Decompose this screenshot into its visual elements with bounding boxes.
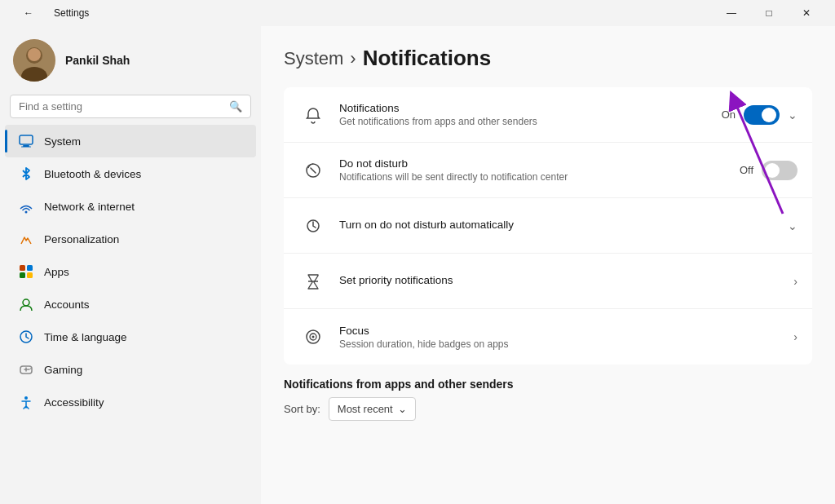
sidebar-item-system[interactable]: System	[5, 125, 256, 157]
breadcrumb-separator: ›	[350, 48, 356, 69]
sort-dropdown[interactable]: Most recent ⌄	[329, 397, 416, 421]
toggle-off-label: Off	[740, 164, 753, 176]
gaming-icon	[18, 361, 34, 378]
toggle-on-label: On	[722, 108, 736, 121]
bluetooth-icon	[18, 166, 34, 182]
personalization-icon	[18, 231, 34, 247]
priority-icon	[298, 267, 328, 296]
dnd-controls: Off	[740, 161, 797, 180]
focus-row[interactable]: Focus Session duration, hide badges on a…	[284, 309, 812, 365]
titlebar-left: ← Settings	[10, 0, 89, 26]
notifications-desc: Get notifications from apps and other se…	[339, 116, 722, 127]
apps-icon	[18, 263, 34, 280]
auto-dnd-icon	[298, 211, 328, 241]
dnd-row[interactable]: Do not disturb Notifications will be sen…	[284, 143, 812, 198]
close-button[interactable]: ✕	[788, 0, 825, 26]
accounts-icon	[18, 296, 34, 312]
system-icon	[18, 133, 34, 149]
notifications-row[interactable]: Notifications Get notifications from app…	[284, 87, 812, 143]
sidebar-item-label: Bluetooth & devices	[44, 168, 141, 180]
priority-content: Set priority notifications	[339, 274, 793, 288]
sort-label: Sort by:	[284, 403, 320, 415]
priority-row[interactable]: Set priority notifications ›	[284, 254, 812, 309]
dnd-content: Do not disturb Notifications will be sen…	[339, 157, 740, 183]
svg-point-3	[28, 48, 41, 61]
section-title: Notifications from apps and other sender…	[284, 378, 812, 391]
breadcrumb-current: Notifications	[363, 46, 491, 71]
focus-content: Focus Session duration, hide badges on a…	[339, 325, 793, 350]
user-profile[interactable]: Pankil Shah	[0, 26, 261, 91]
search-input[interactable]	[19, 100, 223, 113]
notifications-content: Notifications Get notifications from app…	[339, 102, 722, 127]
sidebar-item-label: Accessibility	[44, 396, 104, 409]
auto-dnd-content: Turn on do not disturb automatically	[339, 219, 788, 232]
window-controls: — □ ✕	[713, 0, 825, 26]
maximize-button[interactable]: □	[750, 0, 788, 26]
svg-rect-4	[20, 135, 33, 144]
minimize-button[interactable]: —	[713, 0, 750, 26]
main-content: System › Notifications Notifications Get…	[261, 26, 835, 504]
focus-title: Focus	[339, 325, 793, 337]
back-button[interactable]: ←	[10, 0, 47, 26]
auto-dnd-right: ⌄	[788, 219, 797, 232]
notifications-chevron[interactable]: ⌄	[788, 108, 797, 122]
sort-row: Sort by: Most recent ⌄	[284, 397, 812, 421]
notifications-controls: On ⌄	[722, 105, 797, 125]
svg-rect-6	[21, 147, 31, 148]
sidebar-item-accounts[interactable]: Accounts	[5, 288, 256, 321]
sidebar-item-label: Gaming	[44, 364, 82, 376]
focus-icon	[298, 322, 328, 351]
auto-dnd-title: Turn on do not disturb automatically	[339, 219, 788, 231]
app-body: Pankil Shah 🔍 System	[0, 26, 835, 504]
svg-point-23	[312, 336, 315, 338]
svg-point-15	[29, 369, 30, 370]
focus-chevron[interactable]: ›	[793, 330, 797, 343]
dnd-title: Do not disturb	[339, 157, 740, 170]
titlebar: ← Settings — □ ✕	[0, 0, 835, 26]
search-icon: 🔍	[229, 100, 242, 113]
sidebar-item-apps[interactable]: Apps	[5, 255, 256, 288]
sidebar-item-bluetooth[interactable]: Bluetooth & devices	[5, 157, 256, 190]
settings-card-main: Notifications Get notifications from app…	[284, 87, 812, 365]
sidebar-item-label: Accounts	[44, 298, 90, 311]
dnd-icon	[298, 156, 328, 185]
time-icon	[18, 329, 34, 345]
sidebar: Pankil Shah 🔍 System	[0, 26, 261, 504]
sidebar-item-network[interactable]: Network & internet	[5, 190, 256, 223]
dnd-toggle[interactable]	[762, 161, 797, 180]
priority-right: ›	[793, 275, 797, 288]
svg-rect-11	[27, 272, 33, 278]
sort-value: Most recent	[338, 403, 393, 415]
user-name: Pankil Shah	[65, 54, 130, 67]
auto-dnd-row[interactable]: Turn on do not disturb automatically ⌄	[284, 198, 812, 254]
notifications-icon	[298, 100, 328, 130]
priority-chevron[interactable]: ›	[793, 275, 797, 288]
sidebar-nav: System Bluetooth & devices	[0, 125, 261, 418]
sidebar-item-accessibility[interactable]: Accessibility	[5, 386, 256, 418]
search-box[interactable]: 🔍	[10, 95, 251, 118]
breadcrumb-parent[interactable]: System	[284, 48, 343, 69]
sidebar-item-label: Apps	[44, 266, 69, 278]
svg-rect-8	[20, 265, 25, 271]
app-title: Settings	[54, 7, 89, 19]
sidebar-item-gaming[interactable]: Gaming	[5, 353, 256, 386]
network-icon	[18, 198, 34, 214]
focus-right: ›	[793, 330, 797, 343]
notifications-title: Notifications	[339, 102, 722, 114]
notifications-toggle[interactable]	[744, 105, 780, 125]
focus-desc: Session duration, hide badges on apps	[339, 338, 793, 350]
svg-rect-10	[20, 272, 25, 278]
sidebar-item-label: Time & language	[44, 331, 127, 343]
accessibility-icon	[18, 394, 34, 410]
svg-point-17	[24, 396, 28, 400]
sidebar-item-time[interactable]: Time & language	[5, 321, 256, 353]
priority-title: Set priority notifications	[339, 274, 793, 286]
sidebar-item-label: Personalization	[44, 233, 119, 245]
svg-point-7	[25, 211, 28, 214]
avatar	[13, 39, 55, 82]
auto-dnd-chevron[interactable]: ⌄	[788, 219, 797, 232]
sidebar-item-personalization[interactable]: Personalization	[5, 223, 256, 255]
svg-point-16	[30, 368, 32, 369]
svg-point-12	[23, 299, 29, 306]
sort-chevron-icon: ⌄	[398, 403, 407, 415]
